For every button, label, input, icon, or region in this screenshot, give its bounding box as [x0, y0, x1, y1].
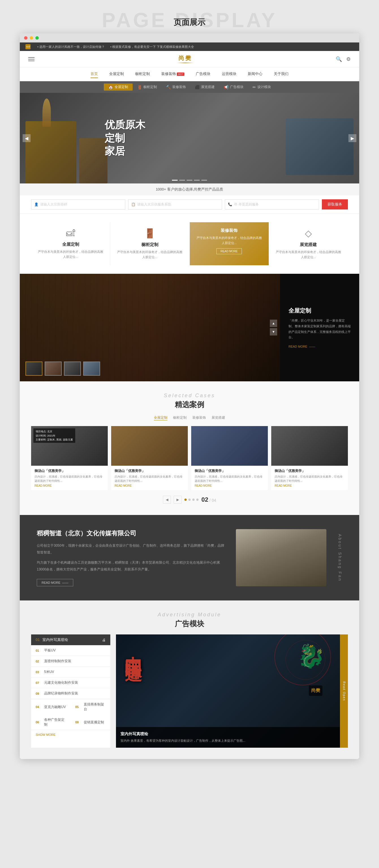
cat-tab-cabinet-label: 橱柜定制	[143, 85, 157, 89]
page-next-btn[interactable]: ▶	[174, 496, 181, 504]
ad-main-panel: 🐉 中国味道 尚樊 室内外写真喷绘 室内外 效果素景，有希望为客种的室内设计装帖…	[116, 634, 348, 748]
thumb-2[interactable]	[45, 362, 62, 376]
hero-dot-4[interactable]	[194, 180, 200, 181]
ad-list-item-3[interactable]: 03 5米UV	[31, 667, 110, 678]
thumb-3[interactable]	[64, 362, 81, 376]
case-img-3	[191, 426, 268, 466]
hero-dot-5[interactable]	[201, 180, 207, 181]
showcase-prev-icon[interactable]: ▲	[270, 320, 277, 327]
ad-show-more-btn[interactable]: SHOW MORE	[31, 730, 110, 739]
ad-list-panel: 01 室内外写真喷绘 🖨 01 平板UV 02 直喷特制制作安装 0	[31, 634, 110, 748]
cat-tab-exhibit[interactable]: ⬛ 展览搭建	[191, 84, 219, 91]
page-dot-4[interactable]	[196, 499, 199, 501]
diamond-icon: ◇	[275, 228, 342, 239]
showcase-readmore-btn[interactable]: READ MORE ——	[288, 345, 351, 348]
page-prev-btn[interactable]: ◀	[163, 496, 171, 504]
chinese-main-text: 中国味道	[122, 643, 144, 654]
about-img-inner	[236, 529, 326, 586]
service-desc-3: 严守自木与美景木的环保奇才，结合品牌的高雅人群定位...	[196, 236, 263, 245]
case-img-1: 项目地点: 北京 设计时间: 2021年 主要材料: 定制木, 黑胡, 选取元素	[31, 426, 108, 466]
door-icon: 🚪	[116, 228, 183, 239]
nav-item-decor[interactable]: 装修装饰 HOT	[161, 70, 185, 78]
filter-cabinet[interactable]: 橱柜定制	[173, 415, 187, 421]
ad-list-item-r1[interactable]: 04 亚克力融雕UV	[31, 699, 71, 715]
nav-item-news[interactable]: 新闻中心	[248, 70, 263, 78]
showcase-next-icon[interactable]: ▼	[270, 328, 277, 336]
settings-icon[interactable]: ⚙	[346, 56, 351, 62]
service-desc-4: 严守自木与美景木的环保奇才，结合品牌的高雅人群定位...	[275, 250, 342, 259]
hero-dot-2[interactable]	[179, 180, 185, 181]
search-icon[interactable]: 🔍	[336, 56, 342, 62]
filter-fullhouse[interactable]: 全屋定制	[154, 415, 167, 421]
case-footer-1: 御汤山「优雅美学」 庄内设计，充满感，它也传递前面的文化素养，它也传递前面的了时…	[31, 466, 108, 490]
ad-logo-text: 尚樊	[311, 688, 320, 693]
service-readmore-3[interactable]: READ MORE	[216, 248, 242, 254]
cat-tab-fullhouse-label: 全屋定制	[114, 85, 128, 89]
ad-item-num-r3: 06	[36, 720, 41, 724]
cta-input-2[interactable]: 📋 请输入大宗供服务系统	[128, 199, 222, 210]
cat-tab-cabinet[interactable]: 🚪 橱柜定制	[133, 84, 162, 91]
case-title-3: 御汤山「优雅美学」	[195, 469, 265, 473]
cat-tab-ad[interactable]: 📢 广告模块	[219, 84, 248, 91]
cat-tab-ad-label: 广告模块	[230, 85, 243, 89]
nav-item-about[interactable]: 关于我们	[274, 70, 288, 78]
case-readmore-1[interactable]: READ MORE	[35, 484, 104, 487]
ad-item-label-r1: 亚克力融雕UV	[44, 705, 66, 709]
ad-item-label-r4: 促销直播定制	[84, 720, 104, 725]
ad-list-item-r4[interactable]: 08 促销直播定制	[71, 715, 110, 730]
hero-dot-3[interactable]	[187, 180, 192, 181]
cat-tab-design[interactable]: ✏ 设计模块	[248, 84, 275, 91]
filter-exhibit[interactable]: 展览搭建	[212, 415, 225, 421]
cta-input-3[interactable]: 📞 寻 寻觅觅则服务	[225, 199, 319, 210]
case-readmore-4[interactable]: READ MORE	[275, 484, 344, 487]
case-readmore-2[interactable]: READ MORE	[114, 484, 184, 487]
ad-list-item-2[interactable]: 02 直喷特制制作安装	[31, 656, 110, 667]
hero-next-arrow[interactable]: ▶	[348, 134, 356, 142]
ad-list-item-r2[interactable]: 05 直排商务制架台	[71, 699, 110, 715]
hamburger-menu-icon[interactable]	[28, 57, 35, 61]
cat-tab-fullhouse[interactable]: 🏠 全屋定制	[104, 84, 133, 91]
ad-module-title-cn: 广告模块	[31, 619, 348, 629]
browser-dot-yellow[interactable]	[30, 36, 33, 40]
service-desc-2: 严守自木与美景木的环保奇才，结合品牌的高雅人群定位...	[116, 250, 183, 259]
case-readmore-3[interactable]: READ MORE	[195, 484, 265, 487]
ad-list-item-5[interactable]: 09 品牌纪录物料制作安装	[31, 688, 110, 699]
showcase-section: ▲ ▼ 全屋定制 「尚樊」匠心守业木30年，是一家全屋定制、整体木家装定制家系列…	[20, 274, 359, 381]
about-readmore-btn[interactable]: READ MORE ——	[37, 579, 73, 586]
page-dot-1[interactable]	[184, 499, 187, 501]
cta-submit-button[interactable]: 获取服务	[322, 199, 348, 210]
browser-window: red • 选用一家人的设计风格不一致，设计店如何做？ • 根据复式装修，有必要…	[20, 33, 359, 759]
ad-list-title: 01 室内外写真喷绘	[36, 637, 68, 642]
browser-dot-red[interactable]	[24, 36, 28, 40]
ad-main-bottom: 室内外写真喷绘 室内外 效果素景，有希望为客种的室内设计装帖设计，广告制作，从整…	[116, 727, 340, 748]
ad-icon: 📢	[224, 85, 229, 89]
hero-prev-arrow[interactable]: ◀	[23, 134, 31, 142]
nav-item-ads[interactable]: 广告模块	[196, 70, 210, 78]
ad-list-item-4[interactable]: 07 元建文化物化制作安装	[31, 678, 110, 688]
logo-text-cn: 尚樊	[177, 54, 194, 62]
nav-item-cabinet[interactable]: 橱柜定制	[135, 70, 150, 78]
ad-list-item-r3[interactable]: 06 各种广告架定制	[31, 715, 71, 730]
case-card-4: 御汤山「优雅美学」 庄内设计，充满感，它也传递前面的文化素养，它也传递前面的了时…	[271, 426, 348, 490]
filter-decor[interactable]: 装修装饰	[192, 415, 206, 421]
menu-line	[28, 57, 35, 58]
page-dot-2[interactable]	[188, 499, 191, 501]
cta-bar: 👤 请输入大宗所得样 📋 请输入大宗供服务系统 📞 寻 寻觅觅则服务 获取服务	[20, 195, 359, 214]
case-card-3: 御汤山「优雅美学」 庄内设计，充满感，它也传递前面的文化素养，它也传递前面的了时…	[191, 426, 268, 490]
browser-dot-green[interactable]	[35, 36, 39, 40]
tagline-bar: 1000+ 客户的放心选择,尚樊严控产品品质	[20, 183, 359, 195]
thumb-1[interactable]	[26, 362, 42, 376]
thumb-4[interactable]	[83, 362, 100, 376]
nav-item-fullhouse[interactable]: 全屋定制	[109, 70, 124, 78]
nav-item-ops[interactable]: 运营模块	[222, 70, 236, 78]
hero-dot-1[interactable]	[172, 180, 178, 181]
case-img-4	[271, 426, 348, 466]
cat-tab-decor[interactable]: 🔨 装修装饰	[162, 84, 191, 91]
cta-input-1[interactable]: 👤 请输入大宗所得样	[31, 199, 125, 210]
brand-logo-icon: red	[26, 44, 31, 49]
ad-bottom-desc: 室内外 效果素景，有希望为客种的室内设计装帖设计，广告制作，从整体上来提示广告图…	[120, 738, 336, 743]
page-dot-3[interactable]	[192, 499, 195, 501]
furniture-center-img	[79, 138, 107, 183]
nav-item-home[interactable]: 首页	[91, 70, 98, 78]
ad-list-item-1[interactable]: 01 平板UV	[31, 645, 110, 656]
